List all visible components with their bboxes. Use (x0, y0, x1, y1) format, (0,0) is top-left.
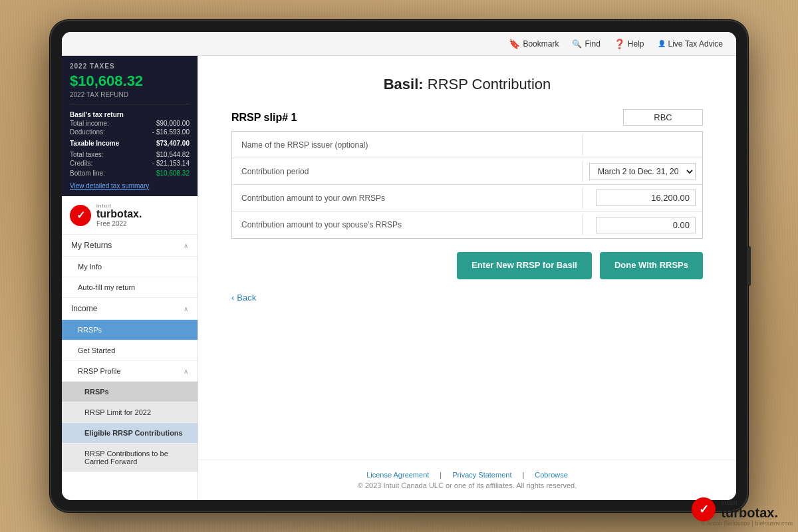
live-icon: 👤 (658, 40, 666, 47)
turbotax-logo-text: intuit turbotax. Free 2022 (96, 203, 142, 227)
taxable-income-value: $73,407.00 (156, 140, 190, 147)
help-button[interactable]: ❓ Help (614, 39, 644, 49)
sidebar-item-eligible-rrsp[interactable]: Eligible RRSP Contributions (62, 423, 198, 444)
total-income-value: $90,000.00 (156, 120, 190, 127)
turbotax-sub-label: Free 2022 (96, 220, 142, 227)
credits-row: Credits: - $21,153.14 (70, 160, 190, 167)
watermark-name: turbotax. (721, 506, 778, 519)
footer-copyright: © 2023 Intuit Canada ULC or one of its a… (209, 481, 726, 489)
rrsp-carried-label: RRSP Contributions to be Carried Forward (84, 450, 188, 466)
sidebar: 2022 TAXES $10,608.32 2022 TAX REFUND Ba… (62, 56, 198, 500)
live-tax-button[interactable]: 👤 Live Tax Advice (658, 39, 724, 49)
page-footer: License Agreement | Privacy Statement | … (198, 460, 736, 500)
tablet-screen: 🔖 Bookmark 🔍 Find ❓ Help 👤 Live Tax Advi… (62, 32, 736, 500)
bottom-line-label: Bottom line: (70, 170, 105, 177)
view-detail-link[interactable]: View detailed tax summary (70, 182, 190, 190)
done-with-rrsps-button[interactable]: Done With RRSPs (600, 252, 703, 279)
rrsps-sub-label: RRSPs (84, 388, 109, 396)
nav-section: My Returns ∧ My Info Auto-fill my return… (62, 235, 198, 500)
tax-details: Basil's tax return Total income: $90,000… (70, 104, 190, 190)
contribution-spouse-row: Contribution amount to your spouse's RRS… (232, 211, 702, 238)
my-info-label: My Info (78, 263, 102, 271)
bank-name-input[interactable] (623, 109, 703, 126)
contribution-spouse-input[interactable] (596, 217, 696, 233)
help-icon: ❓ (614, 39, 625, 49)
sidebar-item-rrsp-carried[interactable]: RRSP Contributions to be Carried Forward (62, 444, 198, 472)
contribution-own-row: Contribution amount to your own RRSPs (232, 185, 702, 211)
taxable-income-row: Taxable Income $73,407.00 (70, 138, 190, 148)
basil-section-title: Basil's tax return (70, 111, 190, 118)
bookmark-button[interactable]: 🔖 Bookmark (509, 39, 559, 49)
footer-links: License Agreement | Privacy Statement | … (209, 471, 726, 479)
back-arrow-icon: ‹ (231, 293, 234, 303)
sidebar-item-rrsp-profile[interactable]: RRSP Profile ∧ (62, 361, 198, 382)
period-row: Contribution period March 2 to Dec. 31, … (232, 158, 702, 185)
chevron-icon-income: ∧ (184, 305, 188, 313)
chevron-icon: ∧ (184, 242, 188, 249)
rrsp-form: Name of the RRSP issuer (optional) Contr… (231, 131, 703, 239)
sidebar-item-rrsp-limit[interactable]: RRSP Limit for 2022 (62, 402, 198, 423)
bottom-line-row: Bottom line: $10,608.32 (70, 170, 190, 177)
issuer-input-area (583, 141, 702, 149)
back-label: Back (237, 293, 256, 303)
period-select[interactable]: March 2 to Dec. 31, 2022 (589, 163, 696, 180)
help-label: Help (628, 39, 644, 49)
turbotax-logo-area: ✓ intuit turbotax. Free 2022 (62, 196, 198, 235)
watermark-icon: ✓ (692, 497, 716, 521)
period-label: Contribution period (232, 162, 583, 182)
income-label: Income (71, 304, 97, 313)
sidebar-item-my-info[interactable]: My Info (62, 257, 198, 277)
deductions-row: Deductions: - $16,593.00 (70, 128, 190, 136)
rrsp-limit-label: RRSP Limit for 2022 (84, 408, 151, 416)
license-link[interactable]: License Agreement (366, 471, 429, 479)
back-link[interactable]: ‹ Back (231, 293, 703, 303)
page-content: Basil: RRSP Contribution RRSP slip# 1 (198, 56, 736, 460)
page-title: Basil: RRSP Contribution (231, 76, 703, 93)
credits-label: Credits: (70, 160, 92, 167)
refund-amount: $10,608.32 (70, 72, 190, 90)
bookmark-label: Bookmark (523, 39, 559, 49)
rrsp-slip-text: RRSP slip# (231, 112, 288, 123)
my-returns-label: My Returns (71, 241, 112, 250)
top-toolbar: 🔖 Bookmark 🔍 Find ❓ Help 👤 Live Tax Advi… (62, 32, 736, 56)
content-area: Basil: RRSP Contribution RRSP slip# 1 (198, 56, 736, 500)
rrsp-slip-header: RRSP slip# 1 (231, 109, 703, 126)
contribution-own-input-area (583, 186, 702, 210)
watermark-text: intuit turbotax. (721, 499, 778, 519)
action-row: Enter New RRSP for Basil Done With RRSPs (231, 252, 703, 279)
contribution-own-label: Contribution amount to your own RRSPs (232, 188, 583, 208)
find-button[interactable]: 🔍 Find (572, 39, 600, 49)
watermark: ✓ intuit turbotax. (692, 497, 778, 521)
enter-new-rrsp-button[interactable]: Enter New RRSP for Basil (457, 252, 592, 279)
chevron-icon-rrsp: ∧ (184, 368, 188, 375)
rrsp-profile-label: RRSP Profile (78, 367, 121, 375)
total-taxes-row: Total taxes: $10,544.82 (70, 151, 190, 158)
period-input-area: March 2 to Dec. 31, 2022 (583, 159, 702, 184)
total-income-row: Total income: $90,000.00 (70, 120, 190, 127)
cobrowse-link[interactable]: Cobrowse (535, 471, 568, 479)
sidebar-item-rrsps[interactable]: RRSPs (62, 320, 198, 340)
bookmark-icon: 🔖 (509, 39, 520, 49)
auto-fill-label: Auto-fill my return (78, 283, 135, 291)
sidebar-item-get-started[interactable]: Get Started (62, 340, 198, 361)
find-label: Find (585, 39, 600, 49)
page-title-section: RRSP Contribution (428, 76, 551, 92)
rrsp-slip-number: 1 (291, 112, 297, 123)
taxable-income-label: Taxable Income (70, 140, 119, 147)
contribution-own-input[interactable] (596, 190, 696, 206)
rrsps-label: RRSPs (78, 326, 102, 334)
total-income-label: Total income: (70, 120, 109, 127)
credits-value: - $21,153.14 (152, 160, 190, 167)
sidebar-item-my-returns[interactable]: My Returns ∧ (62, 235, 198, 257)
total-taxes-label: Total taxes: (70, 151, 104, 158)
live-label: Live Tax Advice (668, 39, 724, 49)
turbotax-logo-icon: ✓ (70, 205, 91, 226)
main-area: 2022 TAXES $10,608.32 2022 TAX REFUND Ba… (62, 56, 736, 500)
sidebar-item-income[interactable]: Income ∧ (62, 298, 198, 320)
eligible-rrsp-label: Eligible RRSP Contributions (84, 429, 183, 437)
tablet-frame: 🔖 Bookmark 🔍 Find ❓ Help 👤 Live Tax Advi… (50, 20, 748, 512)
privacy-link[interactable]: Privacy Statement (452, 471, 511, 479)
sidebar-item-auto-fill[interactable]: Auto-fill my return (62, 277, 198, 298)
rrsp-slip-label: RRSP slip# 1 (231, 112, 297, 124)
deductions-label: Deductions: (70, 128, 105, 136)
